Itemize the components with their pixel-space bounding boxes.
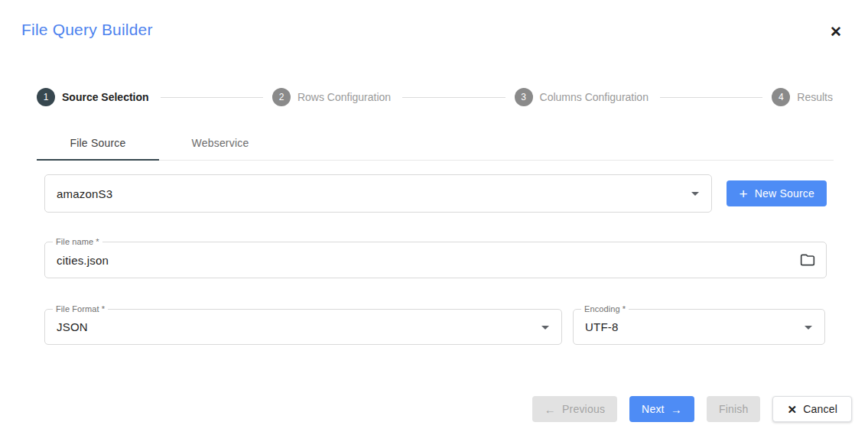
cancel-button[interactable]: ✕ Cancel xyxy=(772,396,852,422)
plus-icon: + xyxy=(739,187,747,201)
previous-label: Previous xyxy=(562,403,605,415)
step-rows-configuration[interactable]: 2 Rows Configuration xyxy=(272,88,391,106)
wizard-stepper: 1 Source Selection 2 Rows Configuration … xyxy=(37,88,833,106)
chevron-down-icon xyxy=(805,326,812,330)
file-format-value: JSON xyxy=(45,320,88,333)
close-x-icon: ✕ xyxy=(787,404,797,415)
step-connector xyxy=(161,97,263,98)
step-label: Results xyxy=(797,91,833,103)
file-format-label: File Format * xyxy=(53,304,108,314)
file-name-field[interactable]: File name * cities.json xyxy=(44,242,827,278)
file-name-label: File name * xyxy=(53,237,102,247)
step-number-badge: 1 xyxy=(37,88,55,106)
page-title: File Query Builder xyxy=(21,21,847,39)
new-source-button[interactable]: + New Source xyxy=(727,180,827,206)
step-number-badge: 4 xyxy=(772,88,790,106)
cancel-label: Cancel xyxy=(803,403,837,415)
tab-file-source[interactable]: File Source xyxy=(37,125,159,160)
folder-icon[interactable] xyxy=(800,252,815,268)
chevron-down-icon xyxy=(541,326,549,330)
step-number-badge: 3 xyxy=(515,88,533,106)
previous-button[interactable]: ← Previous xyxy=(532,396,617,422)
step-results[interactable]: 4 Results xyxy=(772,88,833,106)
source-select-value: amazonS3 xyxy=(45,187,112,200)
finish-button[interactable]: Finish xyxy=(707,396,761,422)
step-source-selection[interactable]: 1 Source Selection xyxy=(37,88,149,106)
chevron-down-icon xyxy=(691,192,699,196)
source-select[interactable]: amazonS3 xyxy=(44,174,712,213)
next-label: Next xyxy=(642,403,665,415)
step-connector xyxy=(660,97,762,98)
encoding-select[interactable]: Encoding * UTF-8 xyxy=(573,309,825,345)
finish-label: Finish xyxy=(719,403,749,415)
source-tabs: File Source Webservice xyxy=(37,125,834,161)
wizard-footer: ← Previous Next → Finish ✕ Cancel xyxy=(532,396,852,422)
step-columns-configuration[interactable]: 3 Columns Configuration xyxy=(515,88,649,106)
encoding-label: Encoding * xyxy=(581,304,629,314)
arrow-right-icon: → xyxy=(671,404,682,415)
close-icon[interactable]: ✕ xyxy=(830,24,842,39)
arrow-left-icon: ← xyxy=(545,404,556,415)
file-name-value: cities.json xyxy=(45,254,109,267)
new-source-label: New Source xyxy=(755,187,814,200)
next-button[interactable]: Next → xyxy=(629,396,694,422)
tab-webservice[interactable]: Webservice xyxy=(159,125,281,160)
file-format-select[interactable]: File Format * JSON xyxy=(44,309,562,345)
step-connector xyxy=(402,97,505,98)
dialog-header: File Query Builder ✕ xyxy=(0,0,868,39)
step-label: Source Selection xyxy=(62,91,149,103)
step-number-badge: 2 xyxy=(272,88,291,106)
step-label: Columns Configuration xyxy=(540,91,649,103)
form-content: amazonS3 + New Source File name * cities… xyxy=(44,174,827,345)
step-label: Rows Configuration xyxy=(297,91,391,103)
encoding-value: UTF-8 xyxy=(574,320,619,333)
